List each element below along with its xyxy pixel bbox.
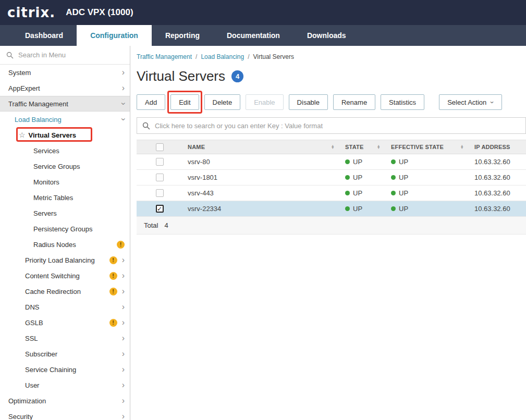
sidebar-item-persistency-groups[interactable]: Persistency Groups	[0, 221, 130, 237]
sort-icon[interactable]: ▲▼	[377, 145, 381, 149]
row-checkbox[interactable]	[156, 174, 164, 181]
sidebar-item-label: Security	[8, 413, 33, 420]
row-effective-state: UP	[399, 205, 408, 213]
sort-icon[interactable]: ▲▼	[331, 145, 335, 149]
add-button[interactable]: Add	[137, 94, 165, 110]
main-nav: DashboardConfigurationReportingDocumenta…	[0, 25, 526, 46]
breadcrumb-separator: /	[248, 53, 249, 60]
table-search-bar[interactable]: Click here to search or you can enter Ke…	[137, 117, 526, 134]
breadcrumb-link[interactable]: Traffic Management	[137, 53, 192, 60]
citrix-logo: citrix.	[7, 5, 55, 20]
sidebar-item-traffic-management[interactable]: Traffic Management›	[0, 96, 130, 112]
tab-configuration[interactable]: Configuration	[77, 25, 152, 46]
chevron-right-icon: ›	[122, 287, 125, 295]
tab-dashboard[interactable]: Dashboard	[11, 25, 77, 46]
sidebar-item-label: Virtual Servers	[29, 131, 77, 139]
row-checkbox[interactable]	[156, 189, 164, 197]
sidebar-item-load-balancing[interactable]: Load Balancing›	[0, 112, 130, 127]
chevron-right-icon: ›	[122, 412, 125, 420]
sidebar-item-virtual-servers[interactable]: ☆Virtual Servers	[0, 127, 130, 143]
sidebar-item-radius-nodes[interactable]: Radius Nodes!	[0, 237, 130, 252]
sidebar-item-appexpert[interactable]: AppExpert›	[0, 80, 130, 96]
column-header-effective-state[interactable]: EFFECTIVE STATE▲▼	[386, 144, 469, 150]
warning-icon: !	[109, 319, 117, 327]
tab-reporting[interactable]: Reporting	[152, 25, 213, 46]
tab-documentation[interactable]: Documentation	[213, 25, 293, 46]
warning-icon: !	[109, 272, 117, 280]
column-header-state[interactable]: STATE▲▼	[340, 144, 386, 150]
up-status-dot	[345, 191, 350, 195]
sidebar-item-label: Priority Load Balancing	[25, 256, 95, 264]
table-row[interactable]: vsrv-1801UPUP10.63.32.60	[137, 170, 526, 186]
sort-desc-icon: ▼	[460, 147, 464, 149]
sidebar-item-services[interactable]: Services	[0, 143, 130, 158]
sidebar-item-label: Cache Redirection	[25, 288, 81, 295]
table-row[interactable]: vsrv-80UPUP10.63.32.60	[137, 154, 526, 170]
sidebar-item-system[interactable]: System›	[0, 65, 130, 80]
chevron-right-icon: ›	[122, 303, 125, 311]
sidebar-item-optimization[interactable]: Optimization›	[0, 393, 130, 409]
sidebar-item-label: Monitors	[33, 178, 59, 186]
column-header-name[interactable]: NAME▲▼	[182, 144, 340, 150]
up-status-dot	[345, 206, 350, 211]
sort-desc-icon: ▼	[331, 147, 335, 149]
sidebar-item-priority-load-balancing[interactable]: Priority Load Balancing!›	[0, 252, 130, 268]
tab-downloads[interactable]: Downloads	[293, 25, 360, 46]
sidebar-item-label: Optimization	[8, 397, 46, 405]
sidebar-item-subscriber[interactable]: Subscriber›	[0, 346, 130, 362]
sidebar-item-label: DNS	[25, 303, 39, 311]
breadcrumb-link[interactable]: Load Balancing	[201, 53, 244, 60]
sidebar-item-cache-redirection[interactable]: Cache Redirection!›	[0, 283, 130, 299]
statistics-button[interactable]: Statistics	[381, 94, 424, 110]
edit-button[interactable]: Edit	[170, 94, 199, 110]
virtual-servers-table: NAME▲▼STATE▲▼EFFECTIVE STATE▲▼IP ADDRESS…	[137, 140, 526, 234]
sidebar-item-metric-tables[interactable]: Metric Tables	[0, 190, 130, 205]
search-icon	[6, 52, 14, 59]
star-icon: ☆	[19, 131, 26, 139]
sidebar-item-label: Persistency Groups	[33, 225, 92, 233]
up-status-dot	[391, 191, 396, 195]
row-checkbox[interactable]	[156, 158, 164, 166]
chevron-right-icon: ›	[122, 334, 125, 342]
disable-button[interactable]: Disable	[289, 94, 328, 110]
select-action-dropdown[interactable]: Select Action ›	[439, 94, 502, 110]
sidebar-item-gslb[interactable]: GSLB!›	[0, 315, 130, 330]
up-status-dot	[345, 159, 350, 164]
row-state: UP	[353, 158, 362, 166]
column-header-label: EFFECTIVE STATE	[391, 144, 444, 150]
row-ip: 10.63.32.60	[469, 158, 526, 166]
enable-button: Enable	[246, 94, 283, 110]
sidebar-item-label: Subscriber	[25, 350, 57, 358]
sidebar-item-security[interactable]: Security›	[0, 409, 130, 420]
chevron-right-icon: ›	[122, 365, 125, 374]
table-row[interactable]: vsrv-443UPUP10.63.32.60	[137, 186, 526, 201]
sidebar-item-monitors[interactable]: Monitors	[0, 174, 130, 190]
sidebar-item-ssl[interactable]: SSL›	[0, 330, 130, 346]
sidebar-item-dns[interactable]: DNS›	[0, 299, 130, 315]
sidebar-item-content-switching[interactable]: Content Switching!›	[0, 268, 130, 283]
warning-icon: !	[109, 256, 117, 264]
select-all-checkbox[interactable]	[156, 143, 164, 151]
column-header-ip-address[interactable]: IP ADDRESS	[469, 144, 526, 150]
toolbar-buttons: AddEditDeleteEnableDisableRenameStatisti…	[137, 94, 424, 110]
sort-icon[interactable]: ▲▼	[460, 145, 464, 149]
table-body: vsrv-80UPUP10.63.32.60vsrv-1801UPUP10.63…	[137, 154, 526, 217]
up-status-dot	[391, 206, 396, 211]
sidebar-search-input[interactable]: Search in Menu	[0, 46, 130, 65]
table-row[interactable]: ✓vsrv-22334UPUP10.63.32.60	[137, 201, 526, 217]
chevron-right-icon: ›	[122, 68, 125, 77]
delete-button[interactable]: Delete	[204, 94, 241, 110]
sidebar-item-user[interactable]: User›	[0, 377, 130, 393]
chevron-down-icon: ›	[489, 101, 496, 103]
chevron-right-icon: ›	[122, 318, 125, 327]
sidebar-item-label: System	[8, 69, 31, 77]
row-state: UP	[353, 205, 362, 213]
sidebar: Search in Menu System›AppExpert›Traffic …	[0, 46, 130, 420]
row-checkbox[interactable]: ✓	[156, 205, 164, 213]
sidebar-item-label: Metric Tables	[33, 194, 73, 202]
sidebar-item-service-chaining[interactable]: Service Chaining›	[0, 362, 130, 377]
rename-button[interactable]: Rename	[333, 94, 375, 110]
sidebar-item-service-groups[interactable]: Service Groups	[0, 158, 130, 174]
row-state: UP	[353, 189, 362, 197]
sidebar-item-servers[interactable]: Servers	[0, 205, 130, 221]
